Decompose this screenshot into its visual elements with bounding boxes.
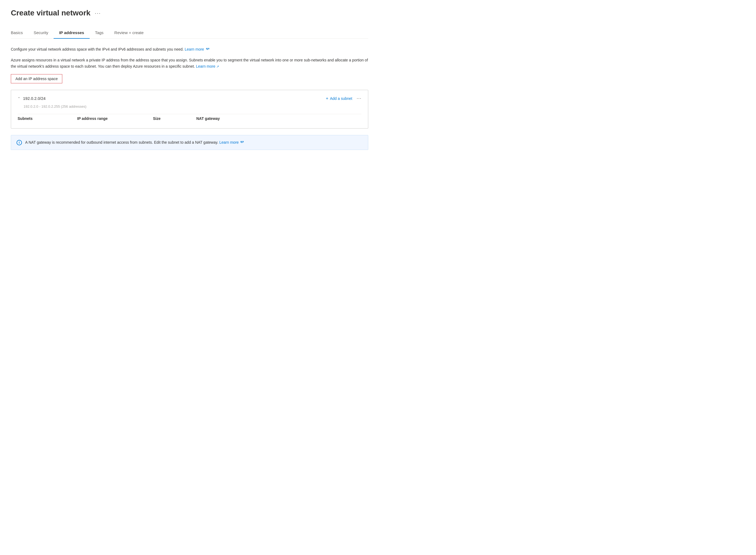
col-header-ip-range: IP address range — [77, 116, 153, 121]
ip-space-actions: + Add a subnet ··· — [326, 95, 361, 101]
subnet-table-header: Subnets IP address range Size NAT gatewa… — [17, 114, 361, 123]
tab-tags[interactable]: Tags — [90, 27, 109, 39]
learn-more-link-1[interactable]: Learn more — [185, 47, 209, 51]
ip-space-header: ⌃ 192.0.2.0/24 + Add a subnet ··· — [17, 95, 361, 101]
tab-review-create[interactable]: Review + create — [109, 27, 149, 39]
ip-range-text: 192.0.2.0 - 192.0.2.255 (256 addresses) — [17, 104, 361, 109]
ip-space-more-options-button[interactable]: ··· — [357, 95, 361, 101]
info-learn-more-link[interactable]: Learn more — [219, 140, 244, 144]
tab-basics[interactable]: Basics — [11, 27, 28, 39]
page-title: Create virtual network — [11, 9, 90, 17]
chevron-up-icon[interactable]: ⌃ — [17, 97, 20, 100]
description-text-1: Configure your virtual network address s… — [11, 46, 368, 52]
tab-ip-addresses[interactable]: IP addresses — [53, 27, 89, 39]
learn-more-link-2[interactable]: Learn more — [196, 64, 219, 69]
external-link-icon-2 — [240, 141, 244, 144]
ip-space-title-group: ⌃ 192.0.2.0/24 — [17, 96, 45, 101]
description-text-2: Azure assigns resources in a virtual net… — [11, 57, 368, 69]
more-options-icon[interactable]: ··· — [95, 10, 101, 16]
description-block-1: Configure your virtual network address s… — [11, 46, 368, 52]
ip-space-container: ⌃ 192.0.2.0/24 + Add a subnet ··· 192.0.… — [11, 90, 368, 129]
plus-icon: + — [326, 96, 328, 101]
external-link-icon-1 — [206, 48, 209, 51]
add-ip-address-space-button[interactable]: Add an IP address space — [11, 74, 62, 83]
info-icon: i — [16, 140, 22, 145]
add-subnet-button[interactable]: + Add a subnet — [326, 96, 352, 101]
col-header-subnets: Subnets — [17, 116, 77, 121]
tab-security[interactable]: Security — [28, 27, 53, 39]
tab-bar: Basics Security IP addresses Tags Review… — [11, 27, 368, 39]
info-box-text: A NAT gateway is recommended for outboun… — [25, 140, 244, 145]
description-block-2: Azure assigns resources in a virtual net… — [11, 57, 368, 69]
ip-cidr-label: 192.0.2.0/24 — [23, 96, 45, 101]
info-box: i A NAT gateway is recommended for outbo… — [11, 135, 368, 150]
col-header-size: Size — [153, 116, 196, 121]
page-header: Create virtual network ··· — [11, 9, 368, 17]
col-header-nat-gateway: NAT gateway — [196, 116, 261, 121]
